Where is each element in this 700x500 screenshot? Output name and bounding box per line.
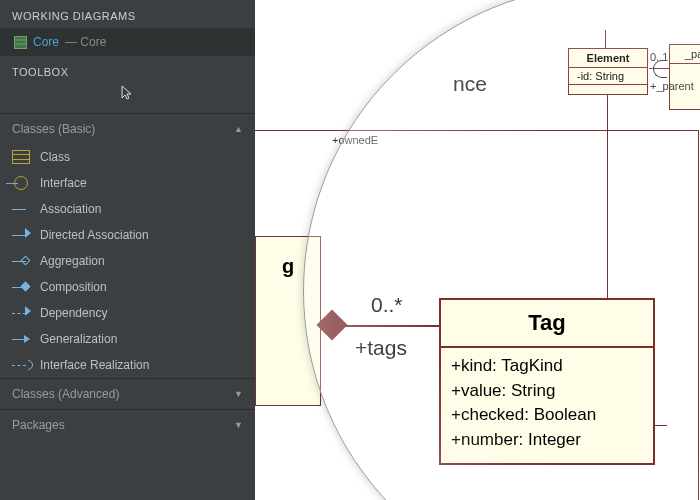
class-attributes: +kind: TagKind +value: String +checked: …	[441, 348, 653, 463]
tool-generalization[interactable]: Generalization	[0, 326, 255, 352]
class-name: Element	[569, 49, 647, 68]
text-fragment: nce	[453, 72, 487, 96]
owned-label: +ownedE	[332, 134, 378, 146]
tool-interface[interactable]: Interface	[0, 170, 255, 196]
group-label: Packages	[12, 418, 65, 432]
pointer-tool[interactable]	[0, 82, 255, 113]
group-packages[interactable]: Packages ▼	[0, 409, 255, 440]
tool-label: Composition	[40, 280, 107, 294]
group-classes-advanced[interactable]: Classes (Advanced) ▼	[0, 378, 255, 409]
tool-composition[interactable]: Composition	[0, 274, 255, 300]
uml-class-tag[interactable]: Tag +kind: TagKind +value: String +check…	[439, 298, 655, 465]
tool-directed-association[interactable]: Directed Association	[0, 222, 255, 248]
group-label: Classes (Advanced)	[12, 387, 119, 401]
diagram-subtitle: — Core	[65, 35, 106, 49]
tool-aggregation[interactable]: Aggregation	[0, 248, 255, 274]
multiplicity-label: 0..1	[650, 51, 668, 63]
diagram-canvas[interactable]: Element -id: String _pare 0..1 +_parent …	[255, 0, 700, 500]
multiplicity-label: 0..*	[371, 293, 403, 317]
association-icon	[12, 202, 30, 216]
svg-rect-0	[15, 36, 27, 48]
uml-class-left[interactable]: g	[255, 236, 321, 406]
sidebar: WORKING DIAGRAMS Core — Core TOOLBOX Cla…	[0, 0, 255, 500]
uml-class-parent[interactable]: _pare	[669, 44, 700, 110]
tool-interface-realization[interactable]: Interface Realization	[0, 352, 255, 378]
working-diagrams-title: WORKING DIAGRAMS	[0, 0, 255, 28]
class-attr: -id: String	[569, 68, 647, 84]
class-name: g	[256, 237, 320, 296]
tool-label: Aggregation	[40, 254, 105, 268]
class-name: Tag	[441, 300, 653, 348]
diagram-name: Core	[33, 35, 59, 49]
aggregation-icon	[12, 254, 30, 268]
tool-label: Interface Realization	[40, 358, 149, 372]
interface-realization-icon	[12, 358, 30, 372]
diagram-item[interactable]: Core — Core	[0, 28, 255, 56]
composition-icon	[12, 280, 30, 294]
class-attr: +checked: Boolean	[451, 403, 643, 428]
tool-dependency[interactable]: Dependency	[0, 300, 255, 326]
class-ops	[569, 84, 647, 94]
connector	[605, 30, 606, 48]
tool-label: Generalization	[40, 332, 117, 346]
role-label: +_parent	[650, 80, 694, 92]
toolbox-title: TOOLBOX	[0, 56, 255, 82]
chevron-down-icon: ▼	[234, 389, 243, 399]
class-attr: +kind: TagKind	[451, 354, 643, 379]
chevron-up-icon: ▲	[234, 124, 243, 134]
tool-label: Class	[40, 150, 70, 164]
group-label: Classes (Basic)	[12, 122, 95, 136]
generalization-icon	[12, 332, 30, 346]
tool-label: Directed Association	[40, 228, 149, 242]
tool-class[interactable]: Class	[0, 144, 255, 170]
dependency-icon	[12, 306, 30, 320]
tool-association[interactable]: Association	[0, 196, 255, 222]
uml-class-element[interactable]: Element -id: String	[568, 48, 648, 95]
tool-label: Dependency	[40, 306, 107, 320]
tool-label: Association	[40, 202, 101, 216]
class-attr: +value: String	[451, 379, 643, 404]
group-classes-basic[interactable]: Classes (Basic) ▲	[0, 113, 255, 144]
chevron-down-icon: ▼	[234, 420, 243, 430]
pointer-icon	[118, 84, 136, 102]
interface-icon	[12, 176, 30, 190]
class-icon	[12, 150, 30, 164]
tool-label: Interface	[40, 176, 87, 190]
class-diagram-icon	[14, 36, 27, 49]
connector	[341, 325, 439, 327]
class-attr: +number: Integer	[451, 428, 643, 453]
directed-association-icon	[12, 228, 30, 242]
class-name: _pare	[670, 45, 700, 64]
role-label: +tags	[355, 336, 407, 360]
